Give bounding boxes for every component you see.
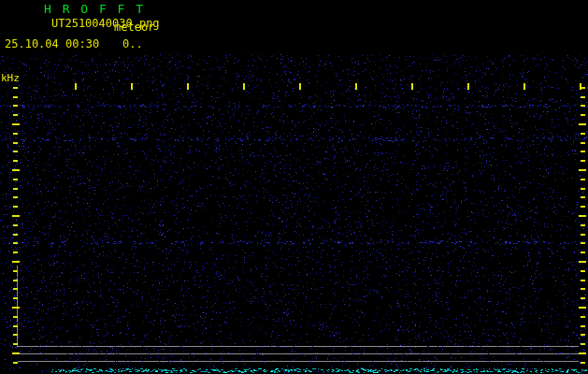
freq-major-tick-left	[12, 307, 20, 309]
freq-major-tick-left	[12, 352, 20, 354]
freq-minor-tick-left	[13, 316, 18, 318]
freq-minor-tick-left	[13, 234, 18, 236]
freq-minor-tick-right	[581, 343, 585, 345]
freq-minor-tick-left	[13, 114, 18, 116]
freq-minor-tick-left	[13, 188, 18, 190]
freq-minor-tick-right	[581, 297, 585, 299]
freq-minor-tick-right	[581, 280, 585, 281]
app-title: H R O F F T	[44, 3, 145, 15]
freq-minor-tick-right	[581, 105, 585, 107]
freq-minor-tick-left	[13, 325, 18, 327]
freq-minor-tick-right	[581, 270, 585, 272]
freq-major-tick-right	[579, 352, 586, 354]
freq-minor-tick-right	[581, 179, 585, 180]
freq-minor-tick-right	[581, 224, 585, 226]
time-tick-mark	[243, 83, 245, 90]
freq-minor-tick-left	[13, 133, 18, 135]
freq-minor-tick-left	[13, 252, 18, 253]
freq-minor-tick-left	[13, 151, 18, 152]
freq-minor-tick-right	[581, 242, 585, 244]
freq-major-tick-right	[579, 123, 586, 125]
freq-minor-tick-left	[13, 105, 18, 107]
freq-minor-tick-left	[13, 196, 18, 198]
freq-minor-tick-left	[13, 224, 18, 226]
freq-major-tick-right	[579, 169, 586, 171]
freq-minor-tick-left	[13, 280, 18, 281]
freq-minor-tick-left	[13, 179, 18, 180]
time-tick-mark	[467, 83, 469, 90]
spectrogram-noise-canvas	[0, 0, 588, 374]
datetime-label: 25.10.04 00:30	[5, 38, 99, 50]
freq-minor-tick-left	[13, 297, 18, 299]
freq-minor-tick-right	[581, 160, 585, 162]
freq-minor-tick-left	[13, 160, 18, 162]
freq-major-tick-left	[12, 261, 20, 263]
freq-minor-tick-left	[13, 142, 18, 144]
freq-minor-tick-right	[581, 334, 585, 336]
time-tick-mark	[411, 83, 413, 90]
freq-minor-tick-right	[581, 114, 585, 116]
freq-minor-tick-left	[13, 334, 18, 336]
freq-major-tick-right	[579, 307, 586, 309]
freq-minor-tick-right	[581, 325, 585, 327]
freq-minor-tick-left	[13, 362, 18, 364]
freq-minor-tick-left	[13, 206, 18, 208]
freq-major-tick-right	[579, 261, 586, 263]
freq-major-tick-left	[12, 169, 20, 171]
freq-minor-tick-right	[581, 142, 585, 144]
freq-minor-tick-right	[581, 151, 585, 152]
freq-minor-tick-left	[13, 96, 18, 98]
freq-minor-tick-right	[581, 133, 585, 135]
hrofft-screen: H R O F F T UT2510040030.png meteor 25.1…	[0, 0, 588, 374]
time-tick-mark	[131, 83, 133, 90]
freq-major-tick-left	[12, 123, 20, 125]
freq-axis-unit-label: kHz	[1, 73, 20, 83]
freq-minor-tick-right	[581, 316, 585, 318]
time-tick-mark	[299, 83, 301, 90]
freq-minor-tick-right	[581, 87, 585, 89]
freq-minor-tick-left	[13, 242, 18, 244]
echo-count-indicator: 0..	[122, 38, 143, 50]
time-tick-mark	[187, 83, 189, 90]
time-tick-mark	[75, 83, 77, 90]
freq-minor-tick-left	[13, 288, 18, 290]
time-tick-mark	[523, 83, 525, 90]
freq-minor-tick-right	[581, 188, 585, 190]
freq-major-tick-right	[579, 215, 586, 217]
freq-major-tick-left	[12, 215, 20, 217]
freq-minor-tick-right	[581, 196, 585, 198]
freq-minor-tick-right	[581, 206, 585, 208]
freq-minor-tick-left	[13, 87, 18, 89]
freq-minor-tick-left	[13, 270, 18, 272]
freq-minor-tick-right	[581, 96, 585, 98]
freq-minor-tick-right	[581, 362, 585, 364]
freq-minor-tick-left	[13, 343, 18, 345]
freq-minor-tick-right	[581, 234, 585, 236]
freq-minor-tick-right	[581, 252, 585, 253]
time-tick-mark	[355, 83, 357, 90]
station-label: meteor	[114, 22, 154, 33]
freq-minor-tick-right	[581, 288, 585, 290]
